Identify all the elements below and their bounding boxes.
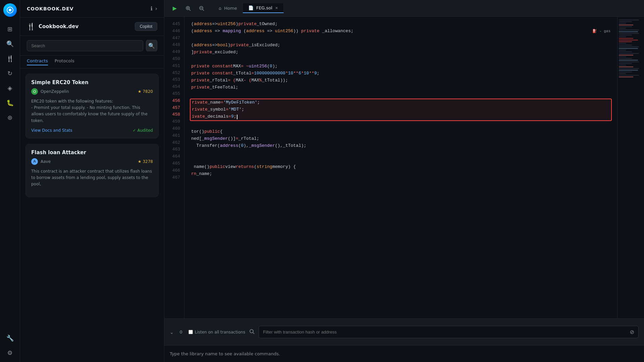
minimap-line <box>619 56 626 57</box>
minimap-line <box>619 46 639 47</box>
search-input[interactable] <box>27 40 143 51</box>
code-line-454: private _tFeeTotal; <box>190 84 612 91</box>
contract-footer-1: View Docs and Stats ✓ Audited <box>31 128 153 133</box>
tab-home-label: Home <box>224 6 237 11</box>
minimap-line <box>619 38 633 39</box>
contract-author-1: O OpenZeppelin ★ 7820 <box>31 88 153 95</box>
star-icon-1: ★ <box>138 89 142 94</box>
tab-feg-label: FEG.sol <box>256 5 272 10</box>
search-bar: 🔍 <box>20 36 164 56</box>
minimap-line <box>619 73 626 74</box>
nav-icon-search[interactable]: 🔍 <box>4 38 16 50</box>
minimap-line <box>619 40 638 41</box>
console-bottom: Type the library name to see available c… <box>164 345 644 362</box>
minimap <box>617 17 644 318</box>
minimap-line <box>619 51 632 52</box>
contract-desc-2: This contract is an attacker contract th… <box>31 168 153 188</box>
contract-desc-1: ERC20 token with the following features:… <box>31 98 153 124</box>
nav-icon-refresh[interactable]: ↻ <box>4 67 16 79</box>
code-line-452: private constant _tTotal = 100000000000 … <box>190 70 612 77</box>
code-content[interactable]: (address => uint256) private _tOwned; (a… <box>184 17 617 318</box>
filter-tabs: Contracts Protocols <box>20 56 164 68</box>
console-search-button[interactable] <box>249 329 255 336</box>
play-button[interactable]: ▶ <box>170 3 180 13</box>
minimap-line <box>619 29 639 31</box>
tab-feg[interactable]: 📄 FEG.sol × <box>243 3 284 13</box>
copilot-button[interactable]: Copilot <box>135 22 157 31</box>
minimap-line <box>619 36 626 37</box>
minimap-line <box>619 21 632 22</box>
code-editor: 445 446 447 448 449 450 451 452 453 454 … <box>164 17 644 318</box>
minimap-line <box>619 61 639 62</box>
svg-point-9 <box>250 329 253 333</box>
cookbook-icon: 🍴 <box>27 22 35 31</box>
collapse-button[interactable]: ⌄ <box>170 329 174 335</box>
filter-input-wrap: ⊘ <box>259 326 639 338</box>
minimap-line <box>619 43 626 44</box>
nav-icon-gem[interactable]: ◈ <box>4 82 16 94</box>
check-icon-1: ✓ <box>132 128 136 133</box>
console-count: 0 <box>178 329 184 335</box>
forward-icon[interactable]: › <box>155 5 157 12</box>
minimap-line <box>619 33 639 34</box>
listen-checkbox-input[interactable] <box>189 330 193 334</box>
code-line-466: rn _name; <box>190 171 612 178</box>
nav-icon-wrench[interactable]: 🔧 <box>4 332 16 344</box>
minimap-line <box>619 26 632 27</box>
console-hint: Type the library name to see available c… <box>170 351 280 356</box>
minimap-line <box>619 48 638 49</box>
minimap-line <box>619 45 632 46</box>
nav-icon-grid[interactable]: ⊞ <box>4 23 16 35</box>
audited-label-1: Audited <box>138 128 153 133</box>
minimap-line <box>619 65 626 66</box>
zoom-in-button[interactable] <box>183 3 193 13</box>
audited-badge-1: ✓ Audited <box>132 128 153 133</box>
nav-icon-cookbook[interactable]: 🍴 <box>4 52 16 64</box>
listen-label[interactable]: Listen on all transactions <box>195 330 245 335</box>
nav-icon-bug[interactable]: 🐛 <box>4 97 16 109</box>
bottom-bar: ⌄ 0 Listen on all transactions ⊘ <box>164 318 644 345</box>
filter-input[interactable] <box>263 329 627 335</box>
brand-title: COOKBOOK.DEV <box>27 6 74 11</box>
code-line-450 <box>190 56 612 63</box>
search-button[interactable]: 🔍 <box>146 40 157 51</box>
highlight-box: rivate _name = 'MyDeFiToken'; rivate _sy… <box>190 99 612 121</box>
code-line-458: ivate _decimals = 9; <box>191 113 611 120</box>
minimap-line <box>619 71 632 72</box>
author-name-1: OpenZeppelin <box>41 89 69 94</box>
tab-close-button[interactable]: × <box>275 6 278 10</box>
cookbook-banner: 🍴 Cookbook.dev Copilot <box>20 17 164 36</box>
author-name-2: Aave <box>41 159 51 164</box>
code-line-457: rivate _symbol = 'MDT'; <box>191 106 611 113</box>
filter-icon: ⊘ <box>630 329 634 335</box>
minimap-line <box>619 63 632 64</box>
view-docs-link-1[interactable]: View Docs and Stats <box>31 128 72 133</box>
info-icon[interactable]: ℹ <box>151 5 153 12</box>
minimap-line <box>619 76 633 77</box>
tab-home[interactable]: ⌂ Home <box>213 4 243 13</box>
contract-title-1: Simple ERC20 Token <box>31 79 153 85</box>
zoom-out-button[interactable] <box>197 3 207 13</box>
tab-bar: ⌂ Home 📄 FEG.sol × <box>213 3 284 13</box>
svg-line-7 <box>203 9 204 11</box>
minimap-line <box>619 70 638 71</box>
cookbook-title: Cookbook.dev <box>39 23 78 29</box>
minimap-content <box>618 17 644 81</box>
minimap-line <box>619 66 633 67</box>
code-line-464 <box>190 157 612 164</box>
code-line-463 <box>190 149 612 157</box>
listen-checkbox[interactable]: Listen on all transactions <box>189 330 245 335</box>
tab-protocols[interactable]: Protocols <box>55 58 74 65</box>
star-count-1: 7820 <box>143 89 153 94</box>
svg-point-1 <box>9 9 11 11</box>
nav-icon-settings[interactable]: ⚙ <box>4 347 16 359</box>
sidebar-header: COOKBOOK.DEV ℹ › <box>20 0 164 17</box>
nav-icon-layers[interactable]: ⊛ <box>4 111 16 123</box>
contracts-list: Simple ERC20 Token O OpenZeppelin ★ 7820… <box>20 68 164 362</box>
main-area: ▶ ⌂ Home 📄 FEG.sol × 445 446 447 448 449 <box>164 0 644 362</box>
code-line-459 <box>190 121 612 128</box>
stars-2: ★ 3278 <box>138 159 153 164</box>
tab-contracts[interactable]: Contracts <box>27 58 48 65</box>
logo-icon[interactable] <box>3 3 17 17</box>
code-line-467 <box>190 178 612 185</box>
